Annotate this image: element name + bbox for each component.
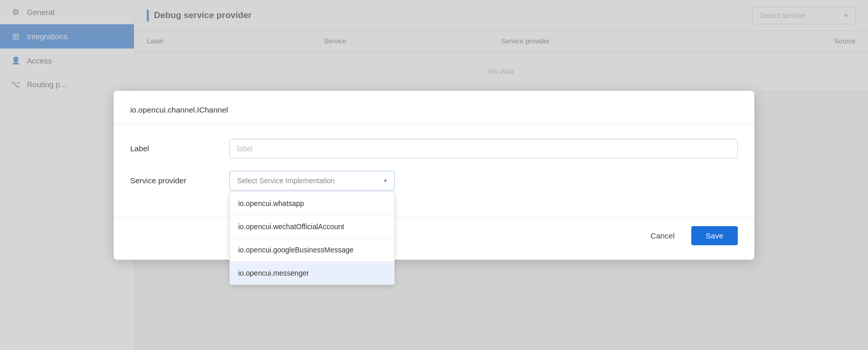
modal-body: Label Service provider Select Service Im…: [114, 124, 754, 217]
service-provider-select[interactable]: Select Service Implementation ▾: [229, 171, 395, 190]
service-provider-dropdown-menu: io.opencui.whatsapp io.opencui.wechatOff…: [229, 192, 395, 285]
service-provider-form-row: Service provider Select Service Implemen…: [130, 171, 738, 190]
modal-dialog: io.opencui.channel.IChannel Label Servic…: [114, 91, 754, 260]
modal-header: io.opencui.channel.IChannel: [114, 91, 754, 124]
modal-interface-label: io.opencui.channel.IChannel: [130, 105, 228, 114]
dropdown-item-messenger[interactable]: io.opencui.messenger: [230, 262, 394, 284]
app-layout: General Integrations Access Routing p...…: [0, 0, 868, 350]
service-provider-chevron-icon: ▾: [384, 177, 387, 184]
dropdown-item-whatsapp[interactable]: io.opencui.whatsapp: [230, 192, 394, 215]
cancel-button[interactable]: Cancel: [642, 227, 683, 244]
dropdown-item-google[interactable]: io.opencui.googleBusinessMessage: [230, 238, 394, 262]
dropdown-item-wechat[interactable]: io.opencui.wechatOfficialAccount: [230, 215, 394, 238]
service-provider-wrapper: Select Service Implementation ▾ io.openc…: [229, 171, 738, 190]
label-form-row: Label: [130, 139, 738, 158]
modal-overlay: io.opencui.channel.IChannel Label Servic…: [0, 0, 868, 350]
modal-footer: Cancel Save: [114, 217, 754, 260]
label-input[interactable]: [229, 139, 738, 158]
label-field-label: Label: [130, 139, 213, 153]
service-provider-placeholder: Select Service Implementation: [237, 177, 335, 185]
save-button[interactable]: Save: [691, 226, 738, 245]
service-provider-label: Service provider: [130, 171, 213, 185]
